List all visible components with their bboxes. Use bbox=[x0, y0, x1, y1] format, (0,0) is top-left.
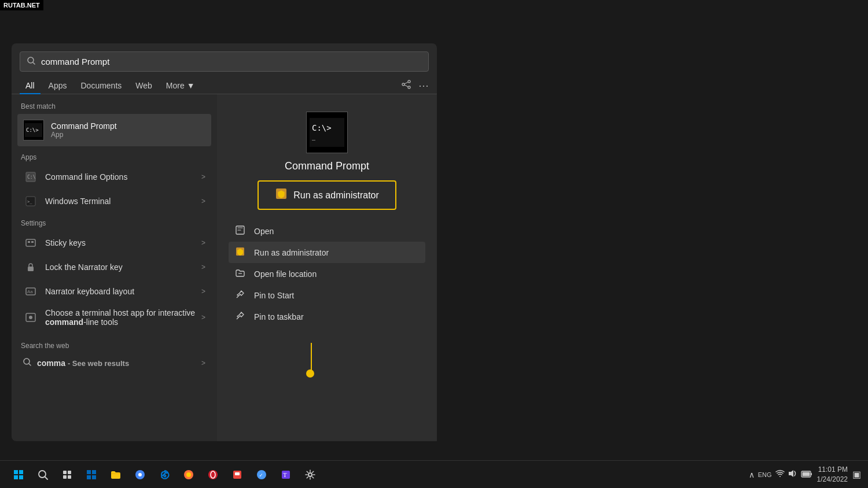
list-item-lock-narrator[interactable]: Lock the Narrator key > bbox=[17, 255, 211, 279]
action-run-as-admin[interactable]: Run as administrator bbox=[229, 242, 425, 263]
cmd-app-icon: C:\> _ bbox=[23, 120, 44, 141]
svg-text:_: _ bbox=[26, 133, 28, 137]
list-item-narrator-layout[interactable]: Aa Narrator keyboard layout > bbox=[17, 279, 211, 304]
svg-marker-58 bbox=[789, 470, 793, 477]
list-item-sticky-keys[interactable]: Sticky keys > bbox=[17, 231, 211, 255]
list-item-cmd-options[interactable]: C:\ Command line Options > bbox=[17, 165, 211, 189]
search-bar[interactable] bbox=[20, 51, 429, 72]
run-admin-list-icon bbox=[234, 247, 246, 258]
search-panel: All Apps Documents Web More ▼ ⋯ bbox=[12, 43, 437, 441]
taskbar-settings[interactable] bbox=[299, 463, 322, 486]
windows-terminal-arrow: > bbox=[201, 197, 205, 205]
action-open-label: Open bbox=[254, 227, 274, 236]
tab-more[interactable]: More ▼ bbox=[160, 77, 201, 94]
svg-rect-42 bbox=[92, 470, 96, 474]
taskbar-left: ✓ T bbox=[0, 463, 329, 486]
svg-rect-14 bbox=[26, 239, 35, 246]
tabs-bar: All Apps Documents Web More ▼ ⋯ bbox=[12, 72, 437, 94]
svg-text:Aa: Aa bbox=[27, 289, 33, 294]
best-match-subtitle: App bbox=[51, 131, 117, 139]
narrator-layout-icon: Aa bbox=[23, 284, 38, 299]
svg-rect-31 bbox=[14, 470, 18, 474]
narrator-layout-label: Narrator keyboard layout bbox=[45, 287, 201, 296]
svg-line-1 bbox=[33, 62, 35, 64]
list-item-windows-terminal[interactable]: >_ Windows Terminal > bbox=[17, 189, 211, 213]
cmd-large-icon: C:\> _ bbox=[306, 112, 348, 153]
svg-point-46 bbox=[138, 473, 142, 476]
settings-label: Settings bbox=[17, 219, 211, 227]
share-icon[interactable] bbox=[401, 79, 411, 92]
search-web-item[interactable]: comma - See web results > bbox=[17, 353, 211, 372]
svg-rect-38 bbox=[68, 471, 71, 474]
svg-rect-40 bbox=[68, 475, 71, 479]
list-item-terminal-host[interactable]: Choose a terminal host app for interacti… bbox=[17, 304, 211, 331]
svg-text:C:\>: C:\> bbox=[312, 123, 332, 132]
date-display: 1/24/2022 bbox=[817, 475, 848, 485]
taskbar-task-view[interactable] bbox=[56, 463, 79, 486]
taskbar-opera[interactable] bbox=[201, 463, 225, 486]
connector-dot bbox=[306, 369, 314, 378]
svg-point-3 bbox=[402, 83, 404, 86]
apps-section-label: Apps bbox=[17, 153, 211, 161]
best-match-text: Command Prompt App bbox=[51, 121, 117, 139]
lock-narrator-label: Lock the Narrator key bbox=[45, 263, 201, 272]
action-list: Open Run as administrator bbox=[229, 220, 425, 327]
svg-rect-44 bbox=[92, 475, 96, 479]
notification-icon[interactable]: ▣ bbox=[852, 469, 861, 480]
chevron-up-icon[interactable]: ∧ bbox=[749, 470, 755, 479]
taskbar-firefox[interactable] bbox=[177, 463, 200, 486]
svg-rect-32 bbox=[19, 470, 23, 474]
svg-rect-52 bbox=[235, 472, 240, 475]
run-as-admin-label: Run as administrator bbox=[293, 190, 379, 201]
tab-documents[interactable]: Documents bbox=[75, 77, 127, 94]
tab-apps[interactable]: Apps bbox=[43, 77, 73, 94]
taskbar-start-button[interactable] bbox=[7, 463, 30, 486]
taskbar-typora[interactable]: T bbox=[274, 463, 297, 486]
svg-rect-33 bbox=[14, 475, 18, 479]
settings-section: Settings Sticky keys > bbox=[17, 219, 211, 331]
cmd-options-icon: C:\ bbox=[23, 169, 38, 184]
svg-text:C:\: C:\ bbox=[27, 175, 36, 180]
taskbar-time[interactable]: 11:01 PM 1/24/2022 bbox=[817, 465, 848, 485]
chevron-down-icon: ▼ bbox=[187, 81, 195, 90]
taskbar-file-explorer[interactable] bbox=[104, 463, 127, 486]
taskbar-search-button[interactable] bbox=[31, 463, 54, 486]
action-pin-start[interactable]: Pin to Start bbox=[229, 284, 425, 306]
volume-icon[interactable] bbox=[788, 469, 797, 479]
taskbar: ✓ T ∧ ENG bbox=[0, 460, 868, 488]
run-as-admin-button[interactable]: Run as administrator bbox=[258, 180, 396, 210]
search-input[interactable] bbox=[41, 57, 421, 66]
shield-icon bbox=[275, 187, 288, 203]
pin-taskbar-icon bbox=[234, 311, 246, 322]
svg-rect-15 bbox=[28, 241, 30, 243]
wifi-icon[interactable] bbox=[775, 469, 785, 479]
more-options-icon[interactable]: ⋯ bbox=[418, 79, 429, 92]
taskbar-right: ∧ ENG bbox=[742, 465, 868, 485]
sticky-keys-arrow: > bbox=[201, 239, 205, 247]
tab-web[interactable]: Web bbox=[130, 77, 158, 94]
action-open[interactable]: Open bbox=[229, 220, 425, 242]
svg-point-35 bbox=[39, 471, 46, 478]
action-pin-taskbar[interactable]: Pin to taskbar bbox=[229, 306, 425, 327]
connector-line bbox=[311, 343, 312, 372]
lock-narrator-arrow: > bbox=[201, 263, 205, 271]
watermark: RUTAB.NET bbox=[0, 0, 43, 10]
svg-text:_: _ bbox=[312, 134, 316, 141]
svg-rect-43 bbox=[87, 475, 91, 479]
taskbar-widgets[interactable] bbox=[80, 463, 103, 486]
tab-all[interactable]: All bbox=[20, 77, 41, 94]
narrator-layout-arrow: > bbox=[201, 287, 205, 295]
right-panel-title: Command Prompt bbox=[285, 160, 369, 172]
search-web-text: comma - See web results bbox=[37, 358, 129, 368]
svg-rect-16 bbox=[31, 241, 34, 243]
taskbar-browser[interactable] bbox=[128, 463, 152, 486]
svg-point-48 bbox=[186, 472, 191, 477]
folder-icon bbox=[234, 268, 246, 279]
best-match-item[interactable]: C:\> _ Command Prompt App bbox=[17, 114, 211, 146]
taskbar-tasks[interactable]: ✓ bbox=[250, 463, 273, 486]
web-search-icon bbox=[23, 358, 31, 368]
action-open-file-location[interactable]: Open file location bbox=[229, 263, 425, 284]
taskbar-slides[interactable] bbox=[226, 463, 249, 486]
taskbar-edge[interactable] bbox=[153, 463, 176, 486]
search-web-section: Search the web comma - See web results > bbox=[17, 337, 211, 372]
